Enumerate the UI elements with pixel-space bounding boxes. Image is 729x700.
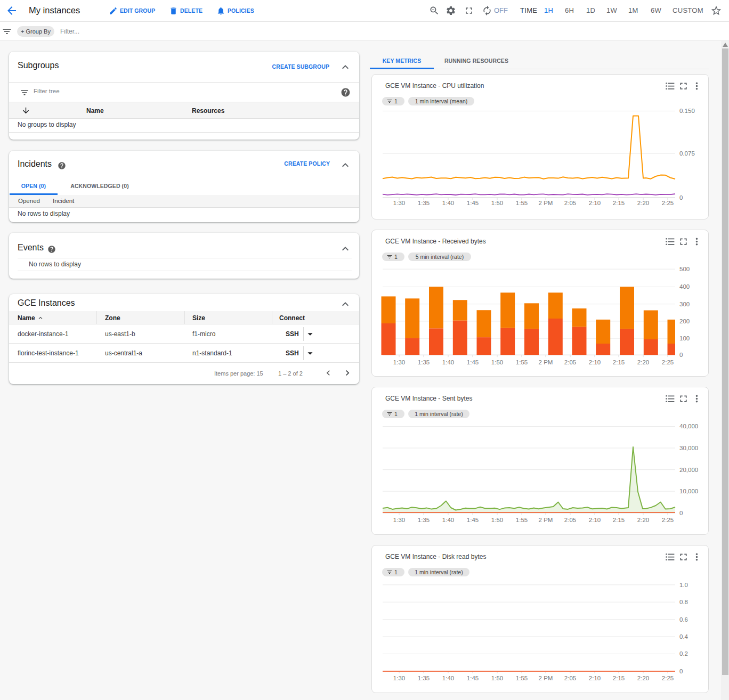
svg-text:2 PM: 2 PM xyxy=(539,675,553,681)
svg-text:0: 0 xyxy=(679,668,683,674)
svg-text:0.075: 0.075 xyxy=(679,150,695,157)
svg-text:1:35: 1:35 xyxy=(418,359,430,365)
svg-text:2:05: 2:05 xyxy=(564,359,576,365)
svg-text:1:50: 1:50 xyxy=(491,675,503,681)
svg-text:200: 200 xyxy=(679,318,690,324)
svg-text:2:15: 2:15 xyxy=(613,200,625,206)
svg-text:2:10: 2:10 xyxy=(589,359,601,365)
svg-text:300: 300 xyxy=(679,301,690,307)
svg-text:0.6: 0.6 xyxy=(679,616,688,623)
svg-text:1:50: 1:50 xyxy=(491,359,503,365)
svg-text:1:40: 1:40 xyxy=(442,675,454,681)
svg-text:1:30: 1:30 xyxy=(393,200,405,206)
svg-text:1:50: 1:50 xyxy=(491,200,503,206)
svg-text:0.4: 0.4 xyxy=(679,633,689,640)
svg-text:2:20: 2:20 xyxy=(637,517,649,523)
svg-text:1:40: 1:40 xyxy=(442,200,454,206)
svg-text:2:05: 2:05 xyxy=(564,200,576,206)
svg-text:1:30: 1:30 xyxy=(393,517,405,523)
svg-text:1:55: 1:55 xyxy=(516,675,528,681)
svg-text:2 PM: 2 PM xyxy=(539,517,553,523)
svg-text:2:25: 2:25 xyxy=(662,517,674,523)
svg-text:0: 0 xyxy=(679,194,683,201)
svg-text:2 PM: 2 PM xyxy=(539,359,553,365)
svg-text:1:50: 1:50 xyxy=(491,517,503,523)
svg-text:400: 400 xyxy=(679,283,690,290)
svg-text:500: 500 xyxy=(679,266,690,272)
svg-text:2:10: 2:10 xyxy=(589,675,601,681)
svg-text:2:20: 2:20 xyxy=(637,359,649,365)
svg-text:2:15: 2:15 xyxy=(613,359,625,365)
svg-text:30,000: 30,000 xyxy=(679,445,698,451)
svg-text:1:40: 1:40 xyxy=(442,517,454,523)
svg-text:2:05: 2:05 xyxy=(564,517,576,523)
svg-text:2:25: 2:25 xyxy=(662,200,674,206)
svg-text:0.2: 0.2 xyxy=(679,650,688,657)
svg-text:100: 100 xyxy=(679,335,690,341)
svg-text:0: 0 xyxy=(679,352,683,358)
svg-text:1:35: 1:35 xyxy=(418,675,430,681)
svg-text:1:30: 1:30 xyxy=(393,359,405,365)
svg-text:40,000: 40,000 xyxy=(679,423,698,429)
svg-text:2 PM: 2 PM xyxy=(539,200,553,206)
svg-text:1:35: 1:35 xyxy=(418,200,430,206)
svg-text:1:35: 1:35 xyxy=(418,517,430,523)
svg-text:0: 0 xyxy=(679,510,683,516)
svg-text:2:25: 2:25 xyxy=(662,359,674,365)
svg-text:0.8: 0.8 xyxy=(679,599,688,605)
svg-text:2:15: 2:15 xyxy=(613,517,625,523)
svg-text:10,000: 10,000 xyxy=(679,488,698,494)
svg-text:1:55: 1:55 xyxy=(516,517,528,523)
svg-text:1:45: 1:45 xyxy=(467,517,479,523)
svg-text:0.150: 0.150 xyxy=(679,108,695,114)
svg-text:1:45: 1:45 xyxy=(467,200,479,206)
svg-text:1:30: 1:30 xyxy=(393,675,405,681)
svg-text:2:15: 2:15 xyxy=(613,675,625,681)
svg-text:2:25: 2:25 xyxy=(662,675,674,681)
svg-text:2:20: 2:20 xyxy=(637,675,649,681)
svg-text:2:05: 2:05 xyxy=(564,675,576,681)
svg-text:1:40: 1:40 xyxy=(442,359,454,365)
svg-text:1.0: 1.0 xyxy=(679,582,688,588)
svg-text:20,000: 20,000 xyxy=(679,467,698,473)
svg-text:1:45: 1:45 xyxy=(467,675,479,681)
svg-text:1:45: 1:45 xyxy=(467,359,479,365)
svg-text:2:10: 2:10 xyxy=(589,200,601,206)
svg-text:1:55: 1:55 xyxy=(516,200,528,206)
svg-text:2:20: 2:20 xyxy=(637,200,649,206)
svg-text:2:10: 2:10 xyxy=(589,517,601,523)
svg-text:1:55: 1:55 xyxy=(516,359,528,365)
